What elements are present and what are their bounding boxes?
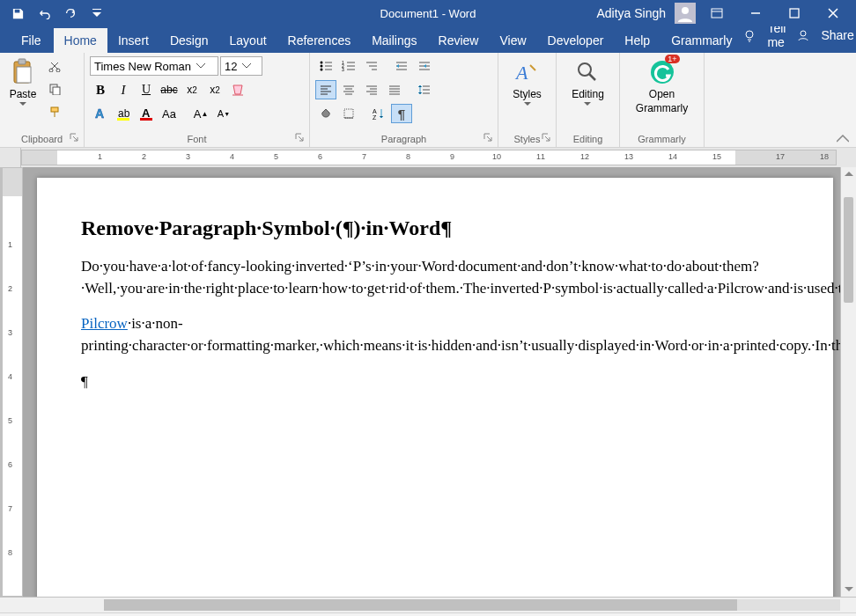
tab-review[interactable]: Review (428, 28, 490, 53)
user-avatar-icon[interactable] (675, 3, 696, 24)
superscript-button[interactable]: x2 (204, 80, 225, 99)
shading-button[interactable] (315, 104, 336, 123)
svg-point-0 (682, 7, 689, 14)
grow-font-button[interactable]: A▲ (190, 104, 211, 123)
save-button[interactable] (5, 3, 30, 24)
italic-button[interactable]: I (113, 80, 134, 99)
minimize-button[interactable] (738, 0, 773, 26)
clear-formatting-button[interactable] (227, 80, 248, 99)
highlight-button[interactable]: ab (113, 104, 134, 123)
tab-design[interactable]: Design (159, 28, 219, 53)
tab-mailings[interactable]: Mailings (361, 28, 427, 53)
align-left-button[interactable] (315, 80, 336, 99)
tab-references[interactable]: References (277, 28, 362, 53)
svg-point-18 (321, 62, 323, 64)
doc-heading[interactable]: Remove·Paragraph·Symbol·(¶)·in·Word¶ (81, 216, 763, 240)
maximize-button[interactable] (777, 0, 812, 26)
tab-layout[interactable]: Layout (219, 28, 277, 53)
grammarly-label-1: Open (649, 88, 675, 100)
text-effects-button[interactable]: A (90, 104, 111, 123)
document-page[interactable]: Remove·Paragraph·Symbol·(¶)·in·Word¶ Do·… (37, 178, 833, 597)
svg-rect-6 (18, 59, 26, 64)
strikethrough-button[interactable]: abc (159, 80, 180, 99)
tab-view[interactable]: View (489, 28, 536, 53)
show-hide-pilcrow-button[interactable]: ¶ (391, 104, 412, 123)
bullets-button[interactable] (315, 56, 336, 76)
line-spacing-button[interactable] (414, 80, 435, 99)
editing-button[interactable]: Editing (568, 56, 608, 108)
svg-text:Z: Z (373, 114, 377, 120)
user-name-label[interactable]: Aditya Singh (596, 6, 666, 20)
scroll-thumb-h[interactable] (104, 599, 737, 611)
change-case-button[interactable]: Aa (159, 104, 180, 123)
ribbon-display-button[interactable] (699, 0, 734, 26)
redo-button[interactable] (58, 3, 83, 24)
undo-button[interactable] (32, 3, 56, 24)
subscript-button[interactable]: x2 (181, 80, 203, 99)
group-styles: A Styles Styles (498, 53, 557, 147)
font-name-combo[interactable]: Times New Roman (90, 56, 218, 76)
search-icon (573, 58, 601, 86)
borders-button[interactable] (338, 104, 359, 123)
tab-grammarly[interactable]: Grammarly (660, 28, 742, 53)
grammarly-icon: 1+ (648, 58, 676, 86)
styles-icon: A (513, 58, 542, 86)
svg-rect-2 (790, 9, 799, 18)
cut-button[interactable] (44, 56, 65, 76)
paste-button[interactable]: Paste (5, 56, 41, 108)
document-viewport[interactable]: Remove·Paragraph·Symbol·(¶)·in·Word¶ Do·… (23, 167, 840, 597)
status-bar: Page 1 of 1 135 words English (India) − … (0, 612, 856, 616)
vertical-scrollbar[interactable] (840, 167, 856, 597)
clipboard-icon (9, 58, 37, 86)
multilevel-list-button[interactable] (361, 56, 382, 76)
document-area: 1 2 3 4 5 6 7 8 Remove·Paragraph·Symbol·… (0, 167, 856, 597)
svg-point-4 (801, 31, 806, 36)
font-size-value: 12 (225, 60, 237, 73)
underline-button[interactable]: U (136, 80, 157, 99)
styles-button[interactable]: A Styles (509, 56, 545, 108)
align-center-button[interactable] (338, 80, 359, 99)
share-button[interactable]: Share (821, 28, 853, 42)
close-button[interactable] (815, 0, 851, 26)
doc-paragraph-3[interactable]: ¶ (81, 371, 763, 393)
tab-home[interactable]: Home (54, 28, 107, 53)
copy-button[interactable] (44, 79, 65, 99)
tab-help[interactable]: Help (614, 28, 660, 53)
open-grammarly-button[interactable]: 1+ Open Grammarly (632, 56, 691, 116)
grammarly-label-2: Grammarly (636, 102, 688, 114)
doc-paragraph-1[interactable]: Do·you·have·a·lot·of·fancy-looking·inver… (81, 256, 763, 299)
vertical-ruler[interactable]: 1 2 3 4 5 6 7 8 (2, 167, 23, 597)
paragraph-dialog-launcher[interactable] (483, 132, 495, 144)
scroll-thumb[interactable] (844, 197, 853, 303)
horizontal-scrollbar[interactable] (0, 597, 856, 612)
font-dialog-launcher[interactable] (294, 132, 306, 144)
lightbulb-icon (742, 28, 756, 42)
doc-paragraph-2[interactable]: Pilcrow·is·a·non-printing·character·or·f… (81, 313, 763, 356)
chevron-down-icon (19, 102, 26, 106)
pilcrow-link[interactable]: Pilcrow (81, 315, 128, 332)
horizontal-ruler[interactable]: 1 2 3 4 5 6 7 8 9 10 11 12 13 14 15 17 1… (21, 150, 837, 165)
format-painter-button[interactable] (44, 102, 65, 121)
styles-dialog-launcher[interactable] (541, 132, 553, 144)
bold-button[interactable]: B (90, 80, 111, 99)
decrease-indent-button[interactable] (391, 56, 412, 76)
collapse-ribbon-button[interactable] (837, 135, 849, 143)
sort-button[interactable]: AZ (368, 104, 389, 123)
increase-indent-button[interactable] (414, 56, 435, 76)
group-editing: Editing Editing (557, 53, 620, 147)
qat-customize-button[interactable] (85, 3, 109, 24)
numbering-button[interactable]: 123 (338, 56, 359, 76)
scroll-up-icon[interactable] (841, 167, 856, 181)
scroll-down-icon[interactable] (841, 583, 856, 597)
shrink-font-button[interactable]: A▼ (213, 104, 234, 123)
tab-developer[interactable]: Developer (537, 28, 615, 53)
paste-label: Paste (10, 88, 37, 100)
font-color-button[interactable]: A (136, 104, 157, 123)
tab-insert[interactable]: Insert (107, 28, 159, 53)
align-right-button[interactable] (361, 80, 382, 99)
clipboard-dialog-launcher[interactable] (69, 132, 81, 144)
tab-file[interactable]: File (9, 28, 54, 53)
font-size-combo[interactable]: 12 (220, 56, 262, 76)
justify-button[interactable] (384, 80, 405, 99)
title-bar: Document1 - Word Aditya Singh (0, 0, 856, 26)
